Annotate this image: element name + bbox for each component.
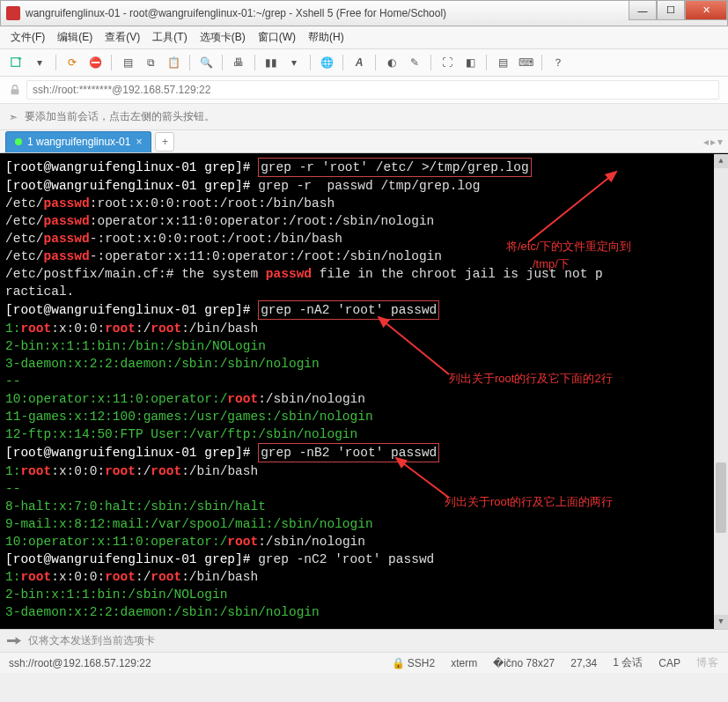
status-bar: ssh://root@192.168.57.129:22 🔒 SSH2 xter… [0,652,728,673]
status-size: �ično 78x27 [493,657,555,669]
tab-add-button[interactable]: + [155,132,174,151]
boxed-cmd-3: grep -nB2 'root' passwd [258,443,439,462]
annotation-3: 列出关于root的行及它上面的两行 [445,493,613,511]
color-scheme-icon[interactable]: ◐ [382,53,401,72]
split-icon[interactable]: ▮▮ [261,53,281,72]
menu-tabs[interactable]: 选项卡(B) [200,30,246,45]
menu-file[interactable]: 文件(F) [11,30,45,45]
hint-text: 要添加当前会话，点击左侧的箭头按钮。 [25,109,215,124]
print-icon[interactable]: 🖶 [229,53,248,72]
transparency-icon[interactable]: ◧ [460,53,480,72]
svg-rect-1 [11,89,19,94]
tab-scroll-left-icon[interactable]: ◂ [703,136,709,148]
terminal[interactable]: ▲▼ [root@wangruifenglinux-01 grep]# grep… [0,153,728,629]
menu-edit[interactable]: 编辑(E) [57,30,92,45]
annotation-1: 将/etc/下的文件重定向到/tmp/下 [506,238,631,273]
properties-icon[interactable]: ▤ [118,53,137,72]
tab-label: 1 wangruifenglinux-01 [27,136,130,148]
lock-icon [9,84,21,96]
watermark: 博客 [696,655,719,670]
boxed-cmd-2: grep -nA2 'root' passwd [258,300,439,320]
boxed-cmd-1: grep -r 'root' /etc/ >/tmp/grep.log [258,158,532,177]
send-bar: 仅将文本发送到当前选项卡 [0,629,728,652]
key-icon[interactable]: ⌨ [516,53,535,72]
help-icon[interactable]: ？ [548,53,568,72]
address-input[interactable]: ssh://root:********@192.168.57.129:22 [26,80,719,100]
minimize-button[interactable]: — [629,1,657,20]
font-icon[interactable]: A [349,53,369,72]
status-lock-icon: 🔒 SSH2 [392,657,436,669]
close-button[interactable]: ✕ [685,1,727,20]
find-icon[interactable]: 🔍 [196,53,216,72]
script-icon[interactable]: ▤ [493,53,512,72]
status-address: ssh://root@192.168.57.129:22 [9,657,151,669]
status-pos: 27,34 [570,657,597,669]
layout-icon[interactable]: ▾ [284,53,304,72]
annotation-2: 列出关于root的行及它下面的2行 [449,370,613,388]
menu-view[interactable]: 查看(V) [105,30,140,45]
new-session-icon[interactable] [7,53,26,72]
reconnect-icon[interactable]: ⟳ [63,53,82,72]
menu-help[interactable]: 帮助(H) [308,30,344,45]
status-caps: CAP [658,657,680,669]
fullscreen-icon[interactable]: ⛶ [438,53,457,72]
tab-menu-icon[interactable]: ▾ [717,136,723,148]
status-term: xterm [451,657,477,669]
tab-close-icon[interactable]: × [136,136,142,148]
toolbar: ▾ ⟳ ⛔ ▤ ⧉ 📋 🔍 🖶 ▮▮ ▾ 🌐 A ◐ ✎ ⛶ ◧ ▤ ⌨ ？ [0,49,728,77]
address-bar: ssh://root:********@192.168.57.129:22 [0,77,728,104]
app-icon [6,6,20,20]
hint-arrow-icon[interactable]: ➣ [9,111,18,123]
send-icon[interactable] [7,635,21,647]
hint-bar: ➣ 要添加当前会话，点击左侧的箭头按钮。 [0,104,728,130]
window-title: wangruifenglinux-01 - root@wangruifengli… [26,7,629,19]
session-tab-active[interactable]: 1 wangruifenglinux-01 × [5,131,151,152]
send-text: 仅将文本发送到当前选项卡 [28,633,155,648]
window-titlebar: wangruifenglinux-01 - root@wangruifengli… [0,0,728,26]
open-icon[interactable]: ▾ [30,53,49,72]
highlight-icon[interactable]: ✎ [405,53,424,72]
globe-icon[interactable]: 🌐 [317,53,336,72]
menu-bar: 文件(F) 编辑(E) 查看(V) 工具(T) 选项卡(B) 窗口(W) 帮助(… [0,26,728,49]
menu-window[interactable]: 窗口(W) [258,30,296,45]
disconnect-icon[interactable]: ⛔ [85,53,105,72]
paste-icon[interactable]: 📋 [164,53,183,72]
status-session: 1 会话 [613,655,643,670]
terminal-scrollbar[interactable]: ▲▼ [714,154,728,629]
copy-icon[interactable]: ⧉ [141,53,160,72]
menu-tools[interactable]: 工具(T) [152,30,187,45]
maximize-button[interactable]: ☐ [657,1,685,20]
tab-scroll-right-icon[interactable]: ▸ [710,136,716,148]
session-tabs: 1 wangruifenglinux-01 × + ◂ ▸ ▾ [0,130,728,153]
